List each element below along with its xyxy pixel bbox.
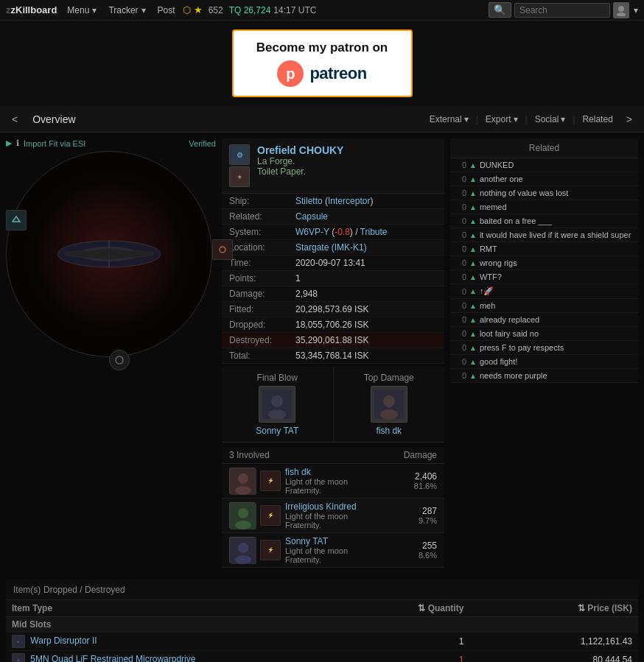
final-blow-name[interactable]: Sonny TAT bbox=[228, 426, 327, 436]
participant-avatar[interactable] bbox=[229, 537, 256, 563]
col-quantity[interactable]: ⇅ Quantity bbox=[364, 600, 469, 617]
participant-name[interactable]: Sonny TAT bbox=[285, 536, 414, 546]
location-value: Stargate (IMK-K1) bbox=[295, 242, 437, 253]
top-damage-avatar[interactable] bbox=[371, 386, 407, 423]
pilot-name[interactable]: Orefield CHOUKY bbox=[257, 144, 437, 156]
ship-link[interactable]: Stiletto bbox=[295, 196, 323, 206]
user-dropdown-arrow[interactable]: ▾ bbox=[634, 5, 638, 15]
comment-row[interactable]: 0 ▲ ↑🚀 bbox=[450, 284, 638, 299]
comment-text: memed bbox=[480, 203, 634, 211]
related-nav[interactable]: Related bbox=[576, 111, 618, 127]
participant-name[interactable]: fish dk bbox=[285, 467, 410, 477]
upvote-icon[interactable]: ▲ bbox=[469, 372, 477, 380]
upvote-icon[interactable]: ▲ bbox=[469, 302, 477, 310]
top-damage-name[interactable]: fish dk bbox=[340, 426, 439, 436]
comment-row[interactable]: 0 ▲ good fight! bbox=[450, 355, 638, 369]
rig-slot-2[interactable] bbox=[109, 350, 130, 370]
comment-row[interactable]: 0 ▲ meh bbox=[450, 299, 638, 313]
comment-count: 0 bbox=[455, 343, 466, 352]
menu-nav[interactable]: Menu ▾ bbox=[63, 5, 101, 15]
upvote-icon[interactable]: ▲ bbox=[469, 217, 477, 225]
comment-row[interactable]: 0 ▲ WTF? bbox=[450, 270, 638, 284]
destroyed-label: Destroyed: bbox=[229, 335, 295, 345]
region-link[interactable]: Tribute bbox=[360, 227, 388, 237]
comment-count: 0 bbox=[455, 175, 466, 183]
comment-row[interactable]: 0 ▲ needs more purple bbox=[450, 369, 638, 383]
upvote-icon[interactable]: ▲ bbox=[469, 245, 477, 253]
post-nav[interactable]: Post bbox=[153, 5, 180, 15]
item-name-link[interactable]: Warp Disruptor II bbox=[30, 635, 97, 646]
corp-icon-1[interactable]: ⚙ bbox=[229, 144, 250, 165]
upvote-icon[interactable]: ▲ bbox=[469, 344, 477, 352]
upvote-icon[interactable]: ▲ bbox=[469, 358, 477, 366]
item-name-link[interactable]: 5MN Quad LiF Restrained Microwarpdrive bbox=[30, 654, 195, 662]
nav-forward[interactable]: > bbox=[620, 113, 638, 125]
fit-info-icon[interactable]: ℹ bbox=[16, 138, 19, 148]
comment-row[interactable]: 0 ▲ DUNKED bbox=[450, 158, 638, 172]
upvote-icon[interactable]: ▲ bbox=[469, 189, 477, 197]
comment-row[interactable]: 0 ▲ baited on a free ___ bbox=[450, 214, 638, 228]
comment-row[interactable]: 0 ▲ press F to pay respects bbox=[450, 341, 638, 355]
participant-name[interactable]: Irreligious Kindred bbox=[285, 501, 414, 512]
upvote-icon[interactable]: ▲ bbox=[469, 203, 477, 211]
location-link[interactable]: Stargate (IMK-K1) bbox=[295, 242, 367, 253]
table-row: ▪ 5MN Quad LiF Restrained Microwarpdrive… bbox=[6, 651, 638, 662]
upvote-icon[interactable]: ▲ bbox=[469, 316, 477, 324]
search-input[interactable] bbox=[514, 3, 610, 18]
brand[interactable]: zzKillboard bbox=[6, 4, 57, 15]
patreon-box[interactable]: Become my patron on p patreon bbox=[232, 29, 413, 97]
participant-avatar[interactable] bbox=[229, 502, 256, 529]
item-qty: 1 bbox=[364, 651, 469, 662]
upvote-icon[interactable]: ▲ bbox=[469, 231, 477, 239]
user-avatar[interactable] bbox=[613, 2, 629, 18]
upvote-icon[interactable]: ▲ bbox=[469, 330, 477, 338]
upvote-icon[interactable]: ▲ bbox=[469, 259, 477, 267]
import-fit-link[interactable]: Import Fit via ESI bbox=[24, 139, 85, 148]
comment-row[interactable]: 0 ▲ loot fairy said no bbox=[450, 327, 638, 341]
comment-row[interactable]: 0 ▲ already replaced bbox=[450, 313, 638, 327]
svg-point-10 bbox=[220, 247, 225, 253]
upvote-icon[interactable]: ▲ bbox=[469, 175, 477, 183]
tracker-nav[interactable]: Tracker ▾ bbox=[104, 5, 150, 15]
participant-row: ⚡ Irreligious Kindred Light of the moon … bbox=[222, 499, 444, 533]
corp-icon-2[interactable]: ✦ bbox=[229, 166, 250, 187]
patreon-banner[interactable]: Become my patron on p patreon bbox=[0, 21, 644, 106]
ship-type-link[interactable]: Interceptor bbox=[328, 196, 370, 206]
alliance-name[interactable]: Toilet Paper. bbox=[257, 166, 437, 177]
nav-back[interactable]: < bbox=[6, 113, 24, 125]
search-button[interactable]: 🔍 bbox=[489, 2, 511, 18]
final-blow-avatar[interactable] bbox=[259, 386, 295, 423]
search-wrap: 🔍 ▾ bbox=[489, 2, 638, 18]
low-slot-2[interactable] bbox=[212, 239, 233, 260]
mid-slot-3[interactable] bbox=[6, 210, 27, 230]
comment-count: 0 bbox=[455, 258, 466, 267]
col-price[interactable]: ⇅ Price (ISK) bbox=[469, 600, 638, 617]
external-arrow: ▾ bbox=[464, 114, 469, 124]
comment-row[interactable]: 0 ▲ wrong rigs bbox=[450, 256, 638, 270]
patreon-logo-row: p patreon bbox=[277, 60, 366, 87]
items-header-label: Item(s) bbox=[13, 585, 41, 595]
social-nav[interactable]: Social ▾ bbox=[529, 111, 572, 127]
related-link[interactable]: Capsule bbox=[295, 211, 328, 222]
participant-ship-icon[interactable]: ⚡ bbox=[260, 505, 281, 526]
upvote-icon[interactable]: ▲ bbox=[469, 273, 477, 281]
corp-name[interactable]: La Forge. bbox=[257, 156, 437, 166]
second-nav: < Overview External ▾ | Export ▾ | Socia… bbox=[0, 106, 644, 133]
table-row: ▪ Warp Disruptor II 1 1,122,161.43 bbox=[6, 633, 638, 651]
export-nav[interactable]: Export ▾ bbox=[480, 111, 524, 127]
comment-row[interactable]: 0 ▲ another one bbox=[450, 172, 638, 186]
col-item-type[interactable]: Item Type bbox=[6, 600, 364, 617]
system-link[interactable]: W6VP-Y bbox=[295, 227, 329, 237]
external-nav[interactable]: External ▾ bbox=[424, 111, 475, 127]
upvote-icon[interactable]: ▲ bbox=[469, 161, 477, 169]
fit-green-icon[interactable]: ▶ bbox=[6, 138, 12, 148]
participant-corp: Light of the moon bbox=[285, 477, 410, 486]
participant-ship-icon[interactable]: ⚡ bbox=[260, 471, 281, 491]
upvote-icon[interactable]: ▲ bbox=[469, 287, 477, 295]
comment-row[interactable]: 0 ▲ RMT bbox=[450, 242, 638, 256]
comment-row[interactable]: 0 ▲ it would have lived if it were a shi… bbox=[450, 228, 638, 242]
comment-row[interactable]: 0 ▲ nothing of value was lost bbox=[450, 186, 638, 200]
participant-avatar[interactable] bbox=[229, 468, 256, 494]
comment-row[interactable]: 0 ▲ memed bbox=[450, 200, 638, 214]
participant-ship-icon[interactable]: ⚡ bbox=[260, 540, 281, 560]
